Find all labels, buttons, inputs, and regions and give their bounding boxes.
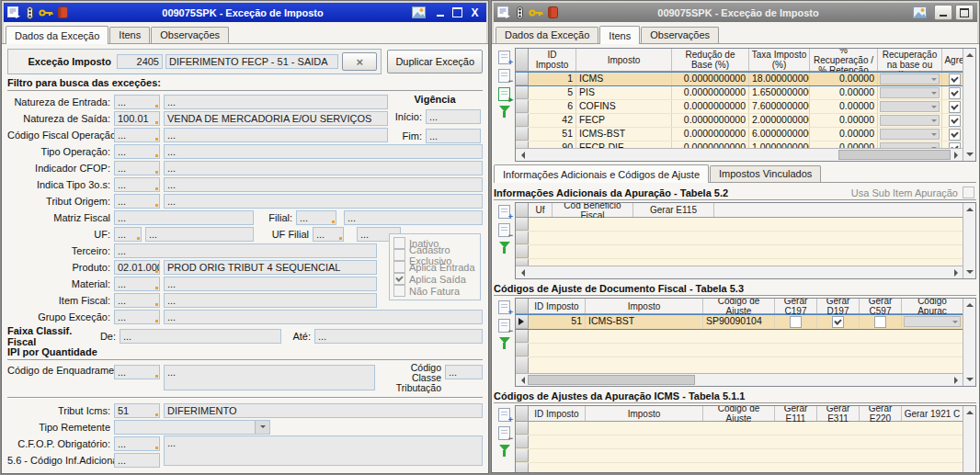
- item-fiscal-code-field[interactable]: ...: [114, 293, 160, 308]
- add-row-icon[interactable]: +: [498, 51, 510, 64]
- cell-gerar-c597[interactable]: [860, 315, 902, 329]
- cell-reducao[interactable]: 0.0000000000: [672, 86, 749, 99]
- filter-icon[interactable]: [499, 337, 510, 349]
- tab-dados-da-excecao[interactable]: Dados da Exceção: [6, 26, 108, 44]
- agrega-checkbox[interactable]: [949, 129, 961, 141]
- scroll-left-icon[interactable]: [516, 150, 528, 161]
- cell-taxa[interactable]: 2.0000000000: [749, 114, 810, 127]
- column-header[interactable]: ID Imposto: [529, 406, 586, 421]
- remove-row-icon[interactable]: −: [498, 426, 510, 440]
- horizontal-scrollbar[interactable]: [516, 373, 963, 386]
- uf-desc-field[interactable]: ...: [145, 227, 254, 242]
- add-row-icon[interactable]: +: [498, 300, 510, 314]
- column-header[interactable]: Imposto: [586, 299, 703, 313]
- gerar-d197-checkbox[interactable]: [832, 316, 844, 328]
- cell-agrega[interactable]: [942, 114, 963, 127]
- scroll-up-icon[interactable]: [966, 50, 974, 57]
- empty-row[interactable]: [516, 449, 963, 463]
- cell-recuperacao-base[interactable]: [878, 128, 942, 141]
- cadastro-exclusivo-checkbox[interactable]: [393, 249, 405, 261]
- row-header[interactable]: [516, 86, 529, 99]
- scroll-up-icon[interactable]: [966, 204, 974, 211]
- column-header[interactable]: Gerar E220: [860, 406, 902, 421]
- classe-tributacao-field[interactable]: ...: [445, 365, 483, 379]
- uf-code-field[interactable]: ...: [114, 227, 142, 242]
- filter-icon[interactable]: [499, 242, 510, 254]
- natureza-saida-desc-field[interactable]: VENDA DE MERCADORIA E/OU SERVIÇOS: [164, 111, 388, 126]
- form-icon[interactable]: [497, 6, 511, 18]
- cell-recuperacao-base[interactable]: [878, 86, 942, 99]
- cell-id[interactable]: 5: [529, 86, 576, 99]
- indicador-cfop-code-field[interactable]: ...: [114, 161, 160, 175]
- dropdown[interactable]: [880, 142, 940, 148]
- empty-row[interactable]: [516, 435, 963, 449]
- row-header[interactable]: [516, 114, 529, 127]
- scroll-down-icon[interactable]: [966, 270, 974, 277]
- cell-recuperacao[interactable]: 0.00000: [810, 86, 878, 99]
- column-header[interactable]: Uf: [529, 203, 553, 217]
- cell-agrega[interactable]: [942, 100, 963, 113]
- cell-agrega[interactable]: [942, 86, 963, 99]
- cell-recuperacao-base[interactable]: [878, 100, 942, 113]
- cell-reducao[interactable]: 0.0000000000: [672, 73, 749, 85]
- tab-observacoes[interactable]: Observações: [641, 27, 719, 43]
- terceiro-field[interactable]: ...: [114, 243, 377, 258]
- row-header[interactable]: [516, 73, 529, 85]
- tab-impostos-vinculados[interactable]: Impostos Vinculados: [710, 165, 821, 182]
- table-row[interactable]: 42 FECP 0.0000000000 2.0000000000 0.0000…: [516, 114, 963, 128]
- faixa-ate-field[interactable]: ...: [314, 329, 483, 344]
- row-header[interactable]: [516, 128, 529, 141]
- vertical-scrollbar[interactable]: [963, 49, 975, 161]
- column-header[interactable]: ID Imposto: [529, 49, 576, 71]
- column-header[interactable]: Gerar C597: [860, 299, 902, 313]
- add-row-icon[interactable]: +: [498, 205, 510, 219]
- agrega-checkbox[interactable]: [949, 74, 961, 85]
- cell-agrega[interactable]: [942, 73, 963, 85]
- cell-imposto[interactable]: FECP: [576, 114, 672, 127]
- cell-recuperacao[interactable]: 0.00000: [810, 128, 878, 141]
- tribut-icms-code-field[interactable]: 51: [114, 403, 160, 418]
- filter-icon[interactable]: [499, 445, 510, 457]
- column-header[interactable]: Imposto: [586, 406, 703, 421]
- usa-sub-item-checkbox[interactable]: [963, 187, 974, 198]
- tribut-icms-desc-field[interactable]: DIFERIMENTO: [164, 403, 483, 418]
- indicador-cfop-desc-field[interactable]: ...: [164, 161, 483, 175]
- dropdown[interactable]: [880, 74, 940, 85]
- column-header[interactable]: Gerar D197: [817, 299, 860, 313]
- tipo-operacao-code-field[interactable]: ...: [114, 144, 160, 159]
- book-icon[interactable]: [548, 6, 559, 18]
- cell-codigo-ajuste[interactable]: SP90090104: [703, 315, 775, 329]
- cell-gerar-d197[interactable]: [817, 315, 860, 329]
- codigo-fiscal-operacao-code-field[interactable]: ...: [114, 128, 160, 142]
- uf-filial-code-field[interactable]: ...: [313, 227, 344, 242]
- cell-agrega[interactable]: [942, 141, 963, 148]
- cell-taxa[interactable]: 7.6000000000: [749, 100, 810, 113]
- codigo-fiscal-operacao-desc-field[interactable]: ...: [164, 128, 388, 142]
- column-header[interactable]: Gerar E311: [817, 406, 860, 421]
- cell-id[interactable]: 1: [529, 73, 576, 85]
- filial-desc-field[interactable]: ...: [344, 210, 483, 225]
- column-header[interactable]: Gerar C197: [775, 299, 817, 313]
- remove-row-icon[interactable]: −: [498, 319, 510, 333]
- column-header[interactable]: % Recuperação na base ou alíquota: [878, 49, 942, 71]
- cell-reducao[interactable]: 0.0000000000: [672, 114, 749, 127]
- material-desc-field[interactable]: ...: [164, 277, 377, 291]
- indica-tipo-3os-desc-field[interactable]: ...: [164, 177, 483, 192]
- cell-taxa[interactable]: 6.0000000000: [749, 128, 810, 141]
- empty-row[interactable]: [516, 218, 963, 232]
- cfop-obrigatorio-desc-field[interactable]: ...: [164, 435, 483, 466]
- filial-code-field[interactable]: ...: [296, 210, 336, 225]
- agrega-checkbox[interactable]: [949, 101, 961, 113]
- maximize-button[interactable]: [955, 5, 974, 20]
- cell-taxa[interactable]: 1.0000000000: [749, 141, 810, 148]
- cell-id[interactable]: 51: [529, 315, 586, 329]
- empty-row[interactable]: [516, 330, 963, 344]
- row-header[interactable]: [516, 141, 529, 148]
- cell-taxa[interactable]: 18.0000000000: [749, 73, 810, 85]
- codigo-inf-adicional-field[interactable]: ...: [114, 453, 160, 468]
- dropdown[interactable]: [880, 87, 940, 98]
- agrega-checkbox[interactable]: [949, 115, 961, 127]
- cell-imposto[interactable]: PIS: [576, 86, 672, 99]
- produto-code-field[interactable]: 02.01.0008: [114, 260, 160, 275]
- grupo-excecao-desc-field[interactable]: ...: [164, 310, 483, 324]
